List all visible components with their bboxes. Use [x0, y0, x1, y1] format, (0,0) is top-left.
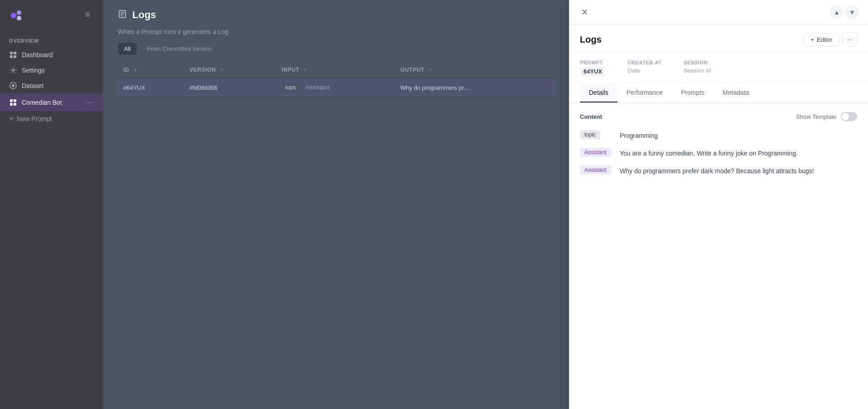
prompt-meta-label: Prompt: [580, 60, 606, 65]
sidebar-item-dashboard-label: Dashboard: [22, 51, 53, 58]
input-sort-icon: ▼: [303, 68, 308, 73]
svg-rect-11: [14, 99, 16, 102]
col-header-version[interactable]: VERSION ▼: [184, 62, 276, 78]
panel-meta: Prompt 64YUX Created At Date Session Ses…: [569, 53, 868, 83]
chevron-down-icon: ▼: [849, 9, 855, 16]
meta-created-at: Created At Date: [627, 60, 661, 76]
id-sort-icon: ▼: [133, 68, 138, 73]
sidebar-item-dataset-label: Dataset: [22, 82, 43, 89]
new-prompt-icon: +: [9, 115, 13, 123]
page-subtitle: When a Prompt runs it generates a Log: [103, 28, 569, 43]
panel-prev-button[interactable]: ▲: [830, 5, 844, 19]
panel-next-button[interactable]: ▼: [845, 5, 859, 19]
input-topic-badge: topic: [282, 83, 300, 92]
created-at-meta-label: Created At: [627, 60, 661, 65]
topic-content-text: Programming: [620, 130, 658, 141]
ellipsis-icon: ⋯: [847, 36, 853, 43]
page-title: Logs: [132, 9, 156, 21]
row-version-cell: #fd08d366: [184, 78, 276, 97]
sidebar-item-dataset[interactable]: Dataset: [0, 78, 103, 93]
show-template-label: Show Template: [796, 113, 836, 120]
prompt-meta-value: 64YUX: [580, 67, 606, 76]
chevron-up-icon: ▲: [834, 9, 840, 16]
svg-rect-6: [14, 55, 16, 58]
content-row-assistant-1: Assistant You are a funny comedian. Writ…: [580, 148, 857, 158]
overview-section-label: OVERVIEW: [0, 31, 103, 47]
sidebar-item-dashboard[interactable]: Dashboard: [0, 47, 103, 63]
content-row-topic: topic Programming: [580, 130, 857, 141]
svg-rect-12: [10, 103, 13, 106]
new-prompt-label: New Prompt: [17, 115, 52, 122]
panel-more-options-button[interactable]: ⋯: [843, 32, 857, 47]
content-row-assistant-2: Assistant Why do programmers prefer dark…: [580, 166, 857, 176]
app-logo-icon: [9, 7, 25, 24]
svg-point-0: [11, 13, 16, 18]
row-input-cell: topic Assistant: [276, 78, 395, 97]
new-prompt-item[interactable]: + New Prompt: [0, 111, 103, 127]
assistant-2-badge-wrapper: Assistant: [580, 166, 612, 174]
show-template-toggle-switch[interactable]: [841, 112, 857, 121]
tab-prompts[interactable]: Prompts: [672, 83, 714, 102]
logs-table-container: ID ▼ VERSION ▼ INPUT ▼ OUTPUT ▼: [103, 62, 569, 409]
svg-rect-3: [10, 52, 13, 54]
show-template-control: Show Template: [796, 112, 857, 121]
sidebar-item-settings[interactable]: Settings: [0, 63, 103, 78]
panel-header-actions: + Editor ⋯: [804, 32, 857, 47]
col-header-id[interactable]: ID ▼: [118, 62, 184, 78]
dashboard-icon: [9, 51, 17, 59]
assistant-2-badge: Assistant: [580, 166, 611, 175]
panel-nav-buttons: ▲ ▼: [830, 5, 859, 19]
sidebar-item-comedian-bot-label: Comedian Bot: [22, 99, 62, 106]
sidebar-toggle-button[interactable]: ≡: [85, 10, 90, 19]
logo-area: ≡: [0, 0, 103, 31]
assistant-1-badge: Assistant: [580, 148, 611, 157]
filter-bar: All From Committed Version: [103, 43, 569, 62]
row-id-cell: #64YUX: [118, 78, 184, 97]
logs-page-icon: [118, 10, 127, 21]
svg-point-7: [12, 69, 14, 72]
meta-prompt: Prompt 64YUX: [580, 60, 606, 76]
panel-header: Logs + Editor ⋯: [569, 25, 868, 53]
settings-icon: [9, 66, 17, 74]
main-header: Logs: [103, 0, 569, 28]
editor-button[interactable]: + Editor: [804, 33, 839, 46]
col-header-input[interactable]: INPUT ▼: [276, 62, 395, 78]
svg-point-9: [12, 84, 14, 87]
input-role-label: Assistant: [306, 84, 330, 91]
output-sort-icon: ▼: [428, 68, 433, 73]
filter-committed-button[interactable]: From Committed Version: [140, 43, 218, 55]
row-output-cell: Why do programmers pr...: [395, 78, 555, 97]
close-icon: ✕: [581, 7, 588, 17]
version-sort-icon: ▼: [219, 68, 224, 73]
assistant-1-content-text: You are a funny comedian. Write a funny …: [620, 148, 798, 158]
sidebar: ≡ OVERVIEW Dashboard Settings Dataset Co…: [0, 0, 103, 409]
panel-top-controls: ✕ ▲ ▼: [569, 0, 868, 25]
topic-badge-wrapper: topic: [580, 130, 612, 138]
table-header: ID ▼ VERSION ▼ INPUT ▼ OUTPUT ▼: [118, 62, 555, 78]
logs-table: ID ▼ VERSION ▼ INPUT ▼ OUTPUT ▼: [118, 62, 555, 97]
tab-metadata[interactable]: Metadata: [714, 83, 758, 102]
tab-performance[interactable]: Performance: [617, 83, 672, 102]
plus-icon: +: [810, 36, 814, 43]
sidebar-item-comedian-bot[interactable]: Comedian Bot ⋯: [0, 93, 103, 111]
session-meta-label: Session: [684, 60, 711, 65]
topic-badge: topic: [580, 130, 600, 139]
editor-button-label: Editor: [817, 36, 832, 43]
created-at-meta-value: Date: [627, 67, 661, 74]
content-section-header: Content Show Template: [580, 112, 857, 121]
tab-details[interactable]: Details: [580, 83, 617, 102]
comedian-bot-more-button[interactable]: ⋯: [83, 97, 94, 107]
svg-rect-4: [14, 52, 16, 54]
svg-rect-5: [10, 55, 13, 58]
table-row[interactable]: #64YUX #fd08d366 topic Assistant Why do …: [118, 78, 555, 97]
panel-tabs: Details Performance Prompts Metadata: [569, 83, 868, 103]
col-header-output[interactable]: OUTPUT ▼: [395, 62, 555, 78]
svg-point-1: [17, 10, 21, 15]
svg-rect-10: [10, 99, 13, 102]
main-content-area: Logs When a Prompt runs it generates a L…: [103, 0, 569, 409]
panel-close-button[interactable]: ✕: [578, 6, 591, 19]
panel-title: Logs: [580, 34, 602, 45]
filter-all-button[interactable]: All: [118, 43, 137, 55]
session-meta-value: Session Id: [684, 67, 711, 74]
detail-panel: ✕ ▲ ▼ Logs + Editor ⋯ Prompt 64YUX: [569, 0, 868, 409]
